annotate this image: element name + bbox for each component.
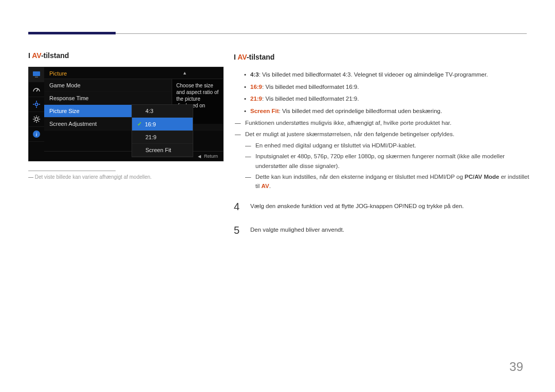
svg-point-3 [35, 103, 38, 106]
text: : Vis billedet med billedformatet 16:9. [262, 84, 359, 90]
note-text: Inputsignalet er 480p, 576p, 720p eller … [255, 153, 505, 169]
menu-label: Picture Size [49, 108, 80, 114]
key: 4:3 [250, 71, 259, 78]
gear-icon[interactable] [29, 112, 44, 127]
section-title-left: I AV-tilstand [28, 51, 224, 60]
note-text: Funktionen understøttes muligvis ikke, a… [245, 120, 451, 126]
option-43[interactable]: 4:3 [132, 105, 193, 118]
gauge-icon[interactable] [29, 82, 44, 97]
text: : Vis billedet med billedformatet 4:3. V… [259, 71, 488, 78]
menu-label: Game Mode [49, 82, 81, 88]
note-text: En enhed med digital udgang er tilslutte… [255, 142, 416, 148]
osd-sidebar: i [29, 67, 44, 161]
title-suffix: -tilstand [247, 53, 274, 61]
osd-header: Picture ▲ [44, 67, 223, 79]
menu-label: Response Time [49, 95, 88, 101]
title-accent: AV [32, 51, 41, 60]
text: : Vis billedet med det oprindelige bille… [279, 108, 442, 114]
list-item: 16:9: Vis billedet med billedformatet 16… [244, 82, 532, 91]
check-icon: ✓ [137, 121, 142, 127]
option-169[interactable]: ✓16:9 [132, 118, 193, 131]
option-label: 21:9 [145, 134, 156, 140]
target-icon[interactable] [29, 97, 44, 112]
svg-line-10 [39, 121, 40, 122]
sub-note: Dette kan kun indstilles, når den ekster… [244, 172, 532, 191]
up-arrow-icon[interactable]: ▲ [182, 70, 187, 77]
option-label: 16:9 [145, 121, 156, 127]
dash-icon: ― [28, 174, 35, 180]
return-label[interactable]: Return [204, 154, 218, 159]
footnote: ― Det viste billede kan variere afhængig… [28, 174, 224, 180]
footnote-text: Det viste billede kan variere afhængigt … [35, 174, 152, 180]
svg-text:i: i [36, 132, 38, 137]
monitor-icon[interactable] [29, 67, 44, 82]
list-item: 4:3: Vis billedet med billedformatet 4:3… [244, 70, 532, 79]
title-suffix: -tilstand [41, 51, 69, 60]
svg-line-11 [34, 121, 35, 122]
option-label: Screen Fit [145, 147, 171, 153]
list-item: Screen Fit: Vis billedet med det oprinde… [244, 106, 532, 116]
note: Det er muligt at justere skærmstørrelsen… [234, 129, 532, 139]
svg-line-9 [34, 117, 35, 118]
key: 16:9 [250, 84, 262, 90]
text: : Vis billedet med billedformatet 21:9. [262, 96, 359, 102]
menu-label: Screen Adjustment [49, 121, 97, 127]
header-accent-bar [28, 32, 116, 34]
info-icon[interactable]: i [29, 127, 44, 142]
osd-submenu: 4:3 ✓16:9 21:9 Screen Fit [132, 104, 193, 157]
note-text: Det er muligt at justere skærmstørrelsen… [245, 131, 454, 137]
list-item: 21:9: Vis billedet med billedformatet 21… [244, 94, 532, 103]
footnote-separator [28, 171, 116, 171]
left-arrow-icon[interactable]: ◀ [198, 154, 201, 159]
step-text: Vælg den ønskede funktion ved at flytte … [250, 198, 532, 215]
svg-rect-0 [33, 71, 40, 76]
t: AV [262, 183, 269, 189]
title-accent: AV [237, 53, 247, 61]
option-screenfit[interactable]: Screen Fit [132, 144, 193, 157]
osd-title: Picture [49, 70, 67, 77]
sub-note: Inputsignalet er 480p, 576p, 720p eller … [244, 152, 532, 171]
osd-screenshot: i Picture ▲ Game Mode Off Response Time [28, 67, 224, 161]
sub-note: En enhed med digital udgang er tilslutte… [244, 141, 532, 150]
key: Screen Fit [250, 108, 279, 114]
note: Funktionen understøttes muligvis ikke, a… [234, 118, 532, 127]
svg-point-4 [35, 118, 38, 121]
step-4: 4 Vælg den ønskede funktion ved at flytt… [234, 198, 532, 215]
section-title-right: I AV-tilstand [234, 51, 532, 63]
step-text: Den valgte mulighed bliver anvendt. [250, 222, 532, 238]
bullet-list: 4:3: Vis billedet med billedformatet 4:3… [244, 70, 532, 116]
right-column: I AV-tilstand 4:3: Vis billedet med bill… [234, 51, 532, 238]
key: 21:9 [250, 96, 262, 102]
step-5: 5 Den valgte mulighed bliver anvendt. [234, 222, 532, 238]
svg-rect-1 [35, 77, 38, 78]
t: PC/AV Mode [465, 174, 499, 180]
t: . [269, 183, 271, 189]
svg-line-2 [36, 89, 38, 91]
option-label: 4:3 [145, 108, 153, 114]
page-number: 39 [509, 360, 523, 374]
t: Dette kan kun indstilles, når den ekster… [255, 174, 465, 180]
left-column: I AV-tilstand i [28, 51, 224, 180]
step-number: 5 [234, 222, 241, 238]
svg-line-12 [39, 117, 40, 118]
step-number: 4 [234, 198, 241, 215]
option-219[interactable]: 21:9 [132, 131, 193, 144]
osd-menu: Game Mode Off Response Time Picture Size… [44, 79, 223, 151]
